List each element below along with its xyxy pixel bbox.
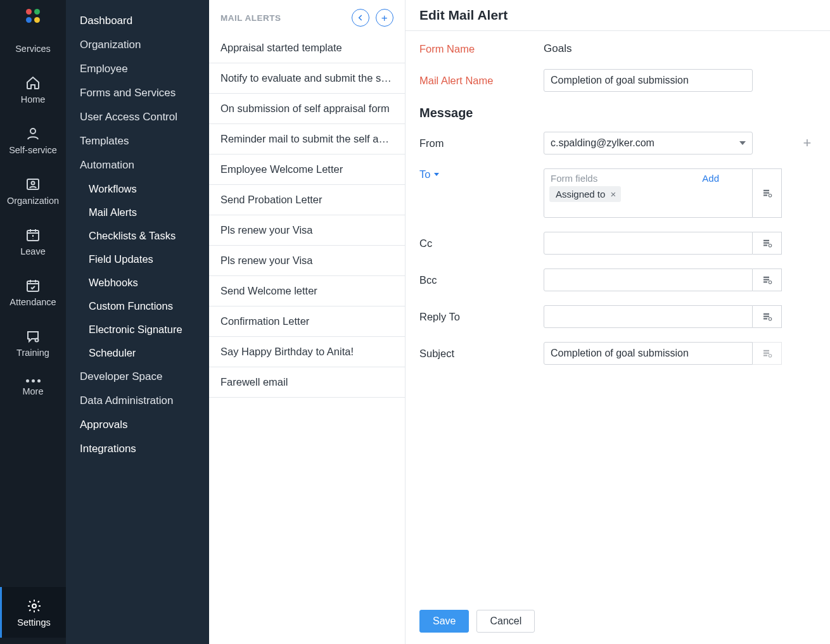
cancel-button[interactable]: Cancel (476, 610, 535, 633)
nav-leave[interactable]: Leave (0, 216, 66, 267)
svg-point-10 (769, 244, 772, 248)
cc-input[interactable] (544, 232, 753, 255)
label-mail-alert-name: Mail Alert Name (419, 75, 540, 87)
nav-self-service[interactable]: Self-service (0, 115, 66, 165)
ellipsis-icon (0, 379, 66, 382)
sidebar-sub-webhooks[interactable]: Webhooks (66, 271, 209, 294)
app-logo (26, 9, 41, 23)
label-from: From (419, 137, 540, 149)
svg-point-7 (35, 339, 39, 342)
sidebar-item-employee[interactable]: Employee (66, 57, 209, 81)
svg-point-11 (769, 281, 772, 284)
sidebar-sub-checklists[interactable]: Checklists & Tasks (66, 224, 209, 248)
nav-more[interactable]: More (0, 368, 66, 407)
sidebar-item-forms-services[interactable]: Forms and Services (66, 81, 209, 105)
chat-icon (0, 329, 66, 344)
label-cc: Cc (419, 237, 540, 249)
insert-field-icon (762, 274, 773, 286)
nav-label: Settings (2, 617, 66, 628)
list-item[interactable]: Reminder mail to submit the self apprai… (209, 124, 405, 155)
sidebar-item-automation[interactable]: Automation (66, 153, 209, 177)
from-value: c.spalding@zylker.com (551, 137, 654, 149)
list-item[interactable]: Say Happy Birthday to Anita! (209, 337, 405, 367)
person-icon (0, 126, 66, 141)
nav-label: Leave (0, 246, 66, 256)
gear-icon (2, 598, 66, 614)
add-from-button[interactable]: + (798, 136, 816, 150)
list-item[interactable]: Pls renew your Visa (209, 246, 405, 276)
plus-icon: + (381, 13, 388, 23)
value-form-name: Goals (544, 42, 795, 55)
back-button[interactable] (352, 9, 369, 27)
list-item[interactable]: Confirmation Letter (209, 306, 405, 337)
panel-title: Edit Mail Alert (405, 0, 830, 31)
chevron-down-icon (739, 141, 746, 145)
nav-label: Self-service (0, 145, 66, 155)
list-item[interactable]: Pls renew your Visa (209, 215, 405, 246)
sidebar-item-user-access[interactable]: User Access Control (66, 105, 209, 129)
insert-field-icon (762, 187, 773, 199)
sidebar-item-approvals[interactable]: Approvals (66, 413, 209, 437)
subject-input[interactable] (544, 342, 753, 365)
sidebar-sub-mail-alerts[interactable]: Mail Alerts (66, 201, 209, 224)
chevron-down-icon (434, 173, 439, 176)
save-button[interactable]: Save (419, 610, 469, 633)
list-title: MAIL ALERTS (220, 13, 281, 23)
nav-label: Attendance (0, 297, 66, 307)
chip-remove-icon[interactable]: × (610, 189, 616, 199)
to-field[interactable]: Form fields Add Assigned to × (544, 168, 753, 218)
nav-attendance[interactable]: Attendance (0, 267, 66, 317)
svg-point-13 (769, 355, 772, 358)
label-reply-to: Reply To (419, 311, 540, 323)
nav-label: Home (0, 94, 66, 104)
subject-insert-button[interactable] (753, 342, 782, 365)
list-item[interactable]: Farewell email (209, 367, 405, 398)
sidebar-item-templates[interactable]: Templates (66, 129, 209, 153)
calendar-alert-icon (0, 227, 66, 243)
sidebar-item-data-admin[interactable]: Data Administration (66, 389, 209, 413)
list-item[interactable]: Send Welcome letter (209, 276, 405, 306)
nav-organization[interactable]: Organization (0, 165, 66, 216)
to-insert-button[interactable] (753, 168, 782, 218)
sidebar-item-integrations[interactable]: Integrations (66, 437, 209, 461)
sidebar-sub-custom-fn[interactable]: Custom Functions (66, 294, 209, 318)
insert-field-icon (762, 237, 773, 249)
list-item[interactable]: Send Probation Letter (209, 185, 405, 215)
list-item[interactable]: Notify to evaluate and submit the self a… (209, 63, 405, 94)
svg-point-9 (769, 194, 772, 198)
cc-insert-button[interactable] (753, 232, 782, 255)
nav-home[interactable]: Home (0, 64, 66, 115)
nav-label: Organization (0, 196, 66, 206)
sidebar-item-dashboard[interactable]: Dashboard (66, 9, 209, 33)
sidebar-sub-scheduler[interactable]: Scheduler (66, 341, 209, 365)
nav-training[interactable]: Training (0, 317, 66, 368)
edit-mail-alert-panel: Edit Mail Alert Form Name Goals Mail Ale… (405, 0, 830, 644)
to-add-link[interactable]: Add (702, 173, 719, 184)
label-bcc: Bcc (419, 274, 540, 286)
insert-field-icon (762, 311, 773, 322)
nav-services[interactable]: Services (0, 32, 66, 64)
add-mail-alert-button[interactable]: + (376, 9, 393, 27)
svg-rect-6 (27, 281, 39, 291)
list-item[interactable]: Appraisal started template (209, 33, 405, 63)
reply-to-insert-button[interactable] (753, 305, 782, 328)
list-item[interactable]: Employee Welcome Letter (209, 155, 405, 185)
svg-point-8 (32, 604, 36, 608)
from-select[interactable]: c.spalding@zylker.com (544, 132, 753, 155)
bcc-input[interactable] (544, 268, 753, 291)
list-item[interactable]: On submission of self appraisal form (209, 94, 405, 124)
sidebar-item-developer-space[interactable]: Developer Space (66, 365, 209, 389)
bcc-insert-button[interactable] (753, 268, 782, 291)
sidebar-sub-field-upd[interactable]: Field Updates (66, 248, 209, 271)
sidebar-sub-workflows[interactable]: Workflows (66, 177, 209, 201)
label-subject: Subject (419, 348, 540, 360)
reply-to-input[interactable] (544, 305, 753, 328)
label-to[interactable]: To (419, 168, 540, 180)
sidebar-sub-esign[interactable]: Electronic Signature (66, 318, 209, 341)
sidebar-item-organization[interactable]: Organization (66, 33, 209, 57)
nav-rail: Services Home Self-service Organization … (0, 0, 66, 644)
mail-alert-name-input[interactable] (544, 69, 753, 92)
nav-settings[interactable]: Settings (0, 587, 66, 638)
chevron-left-icon (356, 13, 365, 22)
to-chip: Assigned to × (549, 186, 621, 202)
